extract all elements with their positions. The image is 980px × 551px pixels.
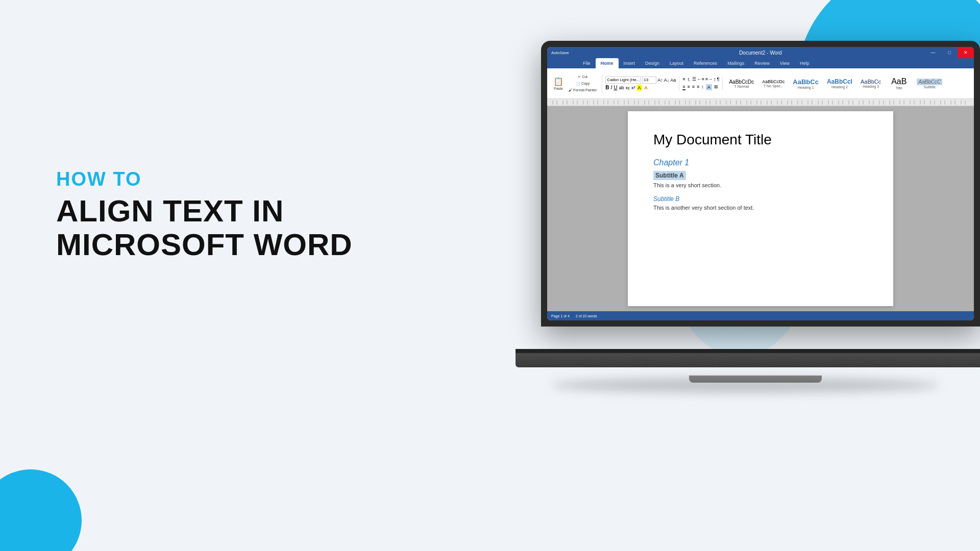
- styles-group: AaBbCcDc T Normal AaBbCcDc T No Spac... …: [726, 76, 945, 91]
- titlebar-title: Document2 - Word: [739, 50, 782, 56]
- underline-button[interactable]: U: [614, 85, 617, 90]
- ribbon-tabs: File Home Insert Design Layout Reference…: [547, 58, 974, 68]
- highlight-button[interactable]: A: [637, 85, 642, 91]
- grow-font-button[interactable]: A↑: [657, 78, 663, 83]
- tab-file[interactable]: File: [578, 58, 596, 68]
- shrink-font-button[interactable]: A↓: [664, 78, 670, 83]
- main-title-line1: ALIGN TEXT IN: [56, 194, 284, 228]
- style-no-spacing-label: T No Spac...: [764, 84, 783, 88]
- bullets-button[interactable]: ≡: [682, 77, 685, 83]
- align-left-button[interactable]: ≡: [682, 84, 685, 90]
- style-heading2[interactable]: AaBbCcI Heading 2: [824, 77, 855, 90]
- word-ruler: [547, 99, 974, 106]
- doc-body-b: This is another very short section of te…: [653, 205, 868, 211]
- laptop-screen: AutoSave Document2 - Word — □ ✕ File Hom…: [547, 47, 974, 320]
- tab-mailings[interactable]: Mailings: [722, 58, 749, 68]
- superscript-button[interactable]: x²: [631, 85, 635, 90]
- paragraph-group: ≡ ⒈ ☰ ←≡ ≡→ ↕ ¶ ≡ ≡ ≡ ≡: [682, 77, 723, 90]
- laptop-bezel: AutoSave Document2 - Word — □ ✕ File Hom…: [541, 41, 980, 327]
- laptop-base: [516, 353, 980, 367]
- tab-references[interactable]: References: [689, 58, 722, 68]
- statusbar-words: 2 of 23 words: [576, 314, 597, 318]
- laptop: AutoSave Document2 - Word — □ ✕ File Hom…: [500, 41, 980, 398]
- style-normal-preview: AaBbCcDc: [729, 79, 754, 85]
- justify-button[interactable]: ≡: [697, 84, 699, 90]
- blob-bottom-left: [0, 469, 82, 551]
- style-title-label: Title: [896, 86, 902, 90]
- numbering-button[interactable]: ⒈: [687, 77, 691, 83]
- titlebar-controls: — □ ✕: [925, 47, 974, 58]
- cut-button[interactable]: ✂ Cut: [567, 74, 599, 80]
- tab-design[interactable]: Design: [640, 58, 665, 68]
- multilevel-list-button[interactable]: ☰: [692, 77, 696, 83]
- style-heading3[interactable]: AaBbCc Heading 3: [857, 78, 884, 89]
- style-heading3-preview: AaBbCc: [861, 79, 881, 85]
- maximize-button[interactable]: □: [941, 47, 958, 58]
- copy-button[interactable]: 📄 Copy: [567, 81, 599, 87]
- font-name-input[interactable]: [605, 77, 641, 84]
- minimize-button[interactable]: —: [925, 47, 941, 58]
- italic-button[interactable]: I: [610, 85, 612, 90]
- statusbar-page: Page 1 of 4: [551, 314, 570, 318]
- font-group: A↑ A↓ Aa B I U ab x₂ x² A A: [605, 77, 679, 91]
- format-painter-button[interactable]: 🖌 Format Painter: [567, 87, 599, 93]
- style-heading1[interactable]: AaBbCc Heading 1: [790, 77, 822, 90]
- doc-body-a: This is a very short section.: [653, 182, 868, 188]
- autosave-area: AutoSave: [551, 51, 569, 55]
- style-subtitle[interactable]: AaBbCcC Subtitle: [914, 78, 945, 90]
- style-normal-label: T Normal: [734, 85, 749, 88]
- style-no-spacing-preview: AaBbCcDc: [762, 79, 785, 84]
- font-size-input[interactable]: [642, 77, 656, 84]
- shading-button[interactable]: A: [706, 84, 712, 90]
- style-title[interactable]: AaB Title: [886, 76, 912, 91]
- sort-button[interactable]: ↕: [714, 77, 716, 83]
- word-document-area: My Document Title Chapter 1 Subtitle A T…: [547, 106, 974, 311]
- word-ribbon: 📋 Paste ✂ Cut 📄 Copy 🖌 Format Painter: [547, 68, 974, 99]
- style-no-spacing[interactable]: AaBbCcDc T No Spac...: [759, 78, 788, 89]
- decrease-indent-button[interactable]: ←≡: [697, 77, 704, 83]
- style-heading2-preview: AaBbCcI: [827, 78, 852, 85]
- tab-review[interactable]: Review: [749, 58, 775, 68]
- doc-subtitle-b[interactable]: Subtitle B: [653, 195, 868, 203]
- font-color-button[interactable]: A: [644, 85, 649, 91]
- main-title: ALIGN TEXT IN MICROSOFT WORD: [56, 194, 353, 262]
- ruler-bar: [552, 101, 969, 105]
- word-titlebar: AutoSave Document2 - Word — □ ✕: [547, 47, 974, 58]
- tab-view[interactable]: View: [775, 58, 795, 68]
- style-subtitle-label: Subtitle: [924, 85, 936, 89]
- borders-button[interactable]: ⊞: [714, 84, 718, 90]
- doc-subtitle-a[interactable]: Subtitle A: [653, 171, 686, 180]
- left-content: HOW TO ALIGN TEXT IN MICROSOFT WORD: [56, 168, 353, 262]
- laptop-hinge: [516, 349, 980, 353]
- style-heading1-preview: AaBbCc: [793, 78, 819, 86]
- tab-insert[interactable]: Insert: [619, 58, 641, 68]
- paste-button[interactable]: 📋 Paste: [551, 76, 566, 91]
- how-to-label: HOW TO: [56, 168, 353, 190]
- increase-indent-button[interactable]: ≡→: [705, 77, 713, 83]
- clear-format-button[interactable]: Aa: [670, 78, 676, 83]
- doc-title: My Document Title: [653, 132, 868, 148]
- strikethrough-button[interactable]: ab: [619, 85, 624, 90]
- tab-help[interactable]: Help: [795, 58, 815, 68]
- tab-layout[interactable]: Layout: [665, 58, 689, 68]
- clipboard-group: 📋 Paste ✂ Cut 📄 Copy 🖌 Format Painter: [551, 74, 602, 93]
- close-button[interactable]: ✕: [958, 47, 974, 58]
- align-center-button[interactable]: ≡: [688, 84, 690, 90]
- word-statusbar: Page 1 of 4 2 of 23 words: [547, 311, 974, 320]
- tab-home[interactable]: Home: [596, 58, 619, 68]
- autosave-text: AutoSave: [551, 51, 569, 55]
- style-title-preview: AaB: [891, 77, 906, 86]
- show-formatting-button[interactable]: ¶: [717, 77, 720, 83]
- style-normal[interactable]: AaBbCcDc T Normal: [726, 78, 757, 89]
- laptop-shadow: [551, 378, 939, 393]
- style-heading1-label: Heading 1: [798, 86, 814, 89]
- subscript-button[interactable]: x₂: [626, 85, 630, 90]
- word-page: My Document Title Chapter 1 Subtitle A T…: [628, 111, 893, 306]
- align-right-button[interactable]: ≡: [692, 84, 695, 90]
- main-title-line2: MICROSOFT WORD: [56, 228, 353, 262]
- subtitle-a-container: Subtitle A: [653, 170, 868, 182]
- doc-heading1[interactable]: Chapter 1: [653, 158, 868, 167]
- bold-button[interactable]: B: [605, 85, 609, 90]
- style-heading2-label: Heading 2: [831, 85, 848, 89]
- line-spacing-button[interactable]: ↕: [701, 84, 704, 90]
